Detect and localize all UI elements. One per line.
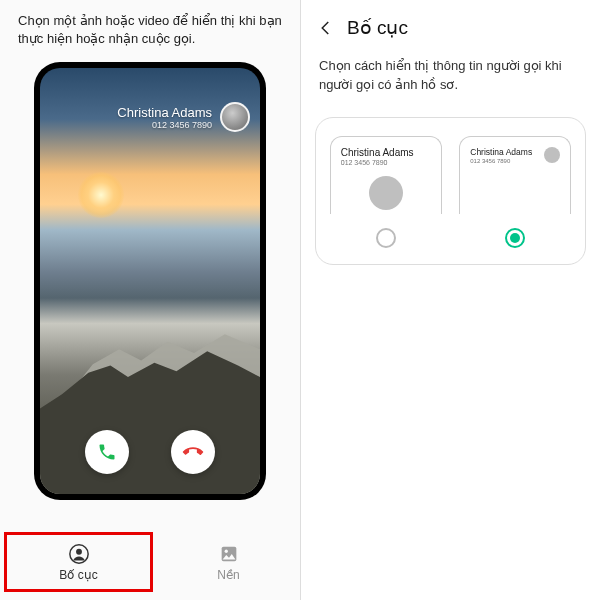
phone-preview-frame: Christina Adams 012 3456 7890 bbox=[34, 62, 266, 500]
phone-icon bbox=[179, 438, 207, 466]
sun-graphic bbox=[78, 172, 124, 218]
avatar-placeholder bbox=[369, 176, 403, 210]
tab-background-label: Nền bbox=[217, 568, 239, 582]
accept-call-button[interactable] bbox=[85, 430, 129, 474]
layout-preview-large: Christina Adams 012 3456 7890 bbox=[330, 136, 442, 214]
caller-name: Christina Adams bbox=[117, 105, 212, 120]
preview-number: 012 3456 7890 bbox=[341, 159, 431, 166]
person-icon bbox=[68, 543, 90, 565]
preview-number: 012 3456 7890 bbox=[470, 158, 532, 164]
layout-option-group: Christina Adams 012 3456 7890 Christina … bbox=[315, 117, 586, 265]
avatar-placeholder bbox=[544, 147, 560, 163]
call-buttons-row bbox=[40, 430, 260, 474]
screen-title: Bố cục bbox=[347, 16, 408, 39]
tab-layout[interactable]: Bố cục bbox=[4, 532, 153, 592]
background-settings-panel: Chọn một ảnh hoặc video để hiển thị khi … bbox=[0, 0, 300, 600]
caller-avatar bbox=[220, 102, 250, 132]
tab-background[interactable]: Nền bbox=[157, 530, 300, 594]
preview-name: Christina Adams bbox=[470, 147, 532, 157]
panel-description: Chọn một ảnh hoặc video để hiển thị khi … bbox=[0, 0, 300, 56]
back-icon[interactable] bbox=[317, 19, 335, 37]
tab-layout-label: Bố cục bbox=[59, 568, 97, 582]
radio-option-small[interactable] bbox=[505, 228, 525, 248]
phone-preview-screen: Christina Adams 012 3456 7890 bbox=[40, 68, 260, 494]
layout-settings-panel: Bố cục Chọn cách hiển thị thông tin ngườ… bbox=[300, 0, 600, 600]
caller-number: 012 3456 7890 bbox=[117, 120, 212, 130]
caller-info-bar: Christina Adams 012 3456 7890 bbox=[117, 102, 250, 132]
radio-option-large[interactable] bbox=[376, 228, 396, 248]
screen-description: Chọn cách hiển thị thông tin người gọi k… bbox=[301, 43, 600, 105]
preview-name: Christina Adams bbox=[341, 147, 431, 158]
image-icon bbox=[218, 543, 240, 565]
decline-call-button[interactable] bbox=[171, 430, 215, 474]
phone-icon bbox=[97, 442, 117, 462]
svg-point-3 bbox=[224, 549, 227, 552]
layout-option-small[interactable]: Christina Adams 012 3456 7890 bbox=[456, 136, 576, 248]
bottom-tab-bar: Bố cục Nền bbox=[0, 530, 300, 594]
svg-point-1 bbox=[76, 548, 82, 554]
layout-option-large[interactable]: Christina Adams 012 3456 7890 bbox=[326, 136, 446, 248]
screen-header: Bố cục bbox=[301, 0, 600, 43]
layout-preview-small: Christina Adams 012 3456 7890 bbox=[459, 136, 571, 214]
